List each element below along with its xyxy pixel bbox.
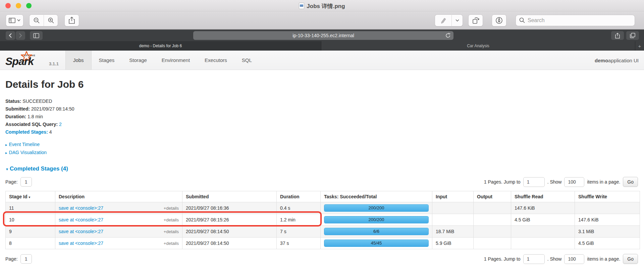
stage-description-link[interactable]: save at <console>:27 <box>59 241 103 246</box>
browser-chrome: ip-10-33-140-255.ec2.internal <box>0 29 644 41</box>
header-shuffle-write[interactable]: Shuffle Write <box>575 191 640 202</box>
sql-query-link[interactable]: 2 <box>59 122 62 127</box>
submitted-cell: 2021/09/27 08:15:26 <box>182 214 277 226</box>
tab-car-analysis[interactable]: Car Analysis <box>321 41 635 51</box>
highlighter-icon <box>440 17 447 24</box>
status-value: SUCCEEDED <box>22 98 52 104</box>
stage-id-cell: 8 <box>6 238 55 249</box>
page-number-input[interactable] <box>20 177 32 187</box>
plus-details-toggle[interactable]: +details <box>164 206 179 211</box>
browser-tab-bar: demo - Details for Job 6 Car Analysis + <box>0 41 644 51</box>
jump-to-input[interactable] <box>523 254 545 264</box>
top-pagination: Page: 1 Pages. Jump to . Show items in a… <box>5 177 639 187</box>
items-text: items in a page. <box>587 179 620 185</box>
table-row-stage-9: 9 save at <console>:27+details 2021/09/2… <box>6 226 640 238</box>
plus-details-toggle[interactable]: +details <box>164 217 179 222</box>
input-cell <box>432 214 474 226</box>
jump-to-input[interactable] <box>523 177 545 187</box>
shuffle-read-cell <box>511 226 575 238</box>
plus-icon: + <box>638 43 641 49</box>
go-button[interactable]: Go <box>623 254 638 264</box>
completed-stages-table: Stage Id ▾ Description Submitted Duratio… <box>5 191 640 249</box>
pages-text: 1 Pages. Jump to <box>484 179 521 185</box>
stage-description-link[interactable]: save at <console>:27 <box>59 217 103 222</box>
markup-pen-button[interactable] <box>435 14 451 26</box>
browser-share-button[interactable] <box>611 31 624 40</box>
job-summary: Status: SUCCEEDED Submitted: 2021/09/27 … <box>5 97 639 136</box>
items-per-page-input[interactable] <box>564 177 584 187</box>
tab-demo-details-job-6[interactable]: demo - Details for Job 6 <box>0 41 321 51</box>
sidebar-toggle-button[interactable] <box>6 14 23 26</box>
new-tab-button[interactable]: + <box>635 41 644 51</box>
page-number-input[interactable] <box>20 254 32 264</box>
stage-description-link[interactable]: save at <console>:27 <box>59 229 103 234</box>
forward-chevron-icon <box>19 33 22 38</box>
spark-wordmark: Spark <box>5 55 34 68</box>
submitted-field: Submitted: 2021/09/27 08:14:50 <box>5 105 639 113</box>
plus-details-toggle[interactable]: +details <box>164 241 179 246</box>
nav-tab-storage[interactable]: Storage <box>122 51 154 70</box>
nav-tab-jobs[interactable]: Jobs <box>65 51 92 70</box>
header-submitted[interactable]: Submitted <box>182 191 277 202</box>
browser-back-button[interactable] <box>6 31 15 40</box>
stage-id-cell: 9 <box>6 226 55 238</box>
output-cell <box>474 238 511 249</box>
refresh-icon[interactable] <box>445 32 451 39</box>
shuffle-write-cell: 4.5 GiB <box>575 238 640 249</box>
tab-overview-button[interactable] <box>626 31 639 40</box>
nav-tab-executors[interactable]: Executors <box>197 51 234 70</box>
title-bar: Jobs 详情.png <box>0 0 644 11</box>
header-description[interactable]: Description <box>55 191 182 202</box>
zoom-out-button[interactable] <box>29 14 44 26</box>
zoom-in-button[interactable] <box>44 14 58 26</box>
show-text: . Show <box>547 256 562 262</box>
page-jump-controls: 1 Pages. Jump to . Show items in a page.… <box>484 254 638 264</box>
submitted-cell: 2021/09/27 08:14:50 <box>182 238 277 249</box>
header-duration[interactable]: Duration <box>277 191 321 202</box>
go-button[interactable]: Go <box>623 177 638 187</box>
preview-window: Jobs 详情.png <box>0 0 644 271</box>
rotate-left-button[interactable] <box>468 14 483 26</box>
show-text: . Show <box>547 179 562 185</box>
header-stage-id[interactable]: Stage Id ▾ <box>6 191 55 202</box>
plus-details-toggle[interactable]: +details <box>164 229 179 234</box>
items-per-page-input[interactable] <box>564 254 584 264</box>
sidebar-icon <box>9 18 15 23</box>
url-text: ip-10-33-140-255.ec2.internal <box>292 33 354 38</box>
tab-label: demo - Details for Job 6 <box>139 44 182 48</box>
spark-logo[interactable]: APACHE Spark <box>5 51 49 70</box>
url-bar[interactable]: ip-10-33-140-255.ec2.internal <box>193 31 453 40</box>
completed-stages-link[interactable]: Completed Stages: <box>5 129 48 135</box>
tasks-progress-bar: 45/45 <box>324 240 429 247</box>
stage-id-cell: 11 <box>6 202 55 214</box>
collapsed-arrow-icon: ▸ <box>5 151 7 155</box>
header-tasks[interactable]: Tasks: Succeeded/Total <box>321 191 432 202</box>
header-input[interactable]: Input <box>432 191 474 202</box>
nav-tab-stages[interactable]: Stages <box>92 51 122 70</box>
back-chevron-icon <box>9 33 12 38</box>
input-cell: 5.9 GiB <box>432 238 474 249</box>
dag-visualization-toggle[interactable]: ▸DAG Visualization <box>5 149 639 157</box>
markup-style-dropdown[interactable] <box>451 14 463 26</box>
browser-forward-button[interactable] <box>16 31 25 40</box>
search-input[interactable] <box>528 17 631 23</box>
share-button[interactable] <box>64 14 79 26</box>
browser-sidebar-button[interactable] <box>30 31 43 40</box>
event-timeline-toggle[interactable]: ▸Event Timeline <box>5 141 639 149</box>
nav-tab-environment[interactable]: Environment <box>154 51 197 70</box>
magnifier-minus-icon <box>33 17 40 24</box>
stage-id-cell: 10 <box>6 214 55 226</box>
show-markup-toolbar-button[interactable] <box>492 14 506 26</box>
completed-stages-section-toggle[interactable]: ▾Completed Stages (4) <box>6 165 639 172</box>
header-output[interactable]: Output <box>474 191 511 202</box>
page-label: Page: <box>5 256 18 262</box>
bottom-pagination: Page: 1 Pages. Jump to . Show items in a… <box>5 254 639 264</box>
duration-field: Duration: 1.8 min <box>5 113 639 121</box>
toolbar-search-field[interactable] <box>516 15 635 26</box>
header-shuffle-read[interactable]: Shuffle Read <box>511 191 575 202</box>
nav-tab-sql[interactable]: SQL <box>234 51 259 70</box>
output-cell <box>474 226 511 238</box>
stage-description-link[interactable]: save at <console>:27 <box>59 205 103 211</box>
shuffle-read-cell: 4.5 GiB <box>511 214 575 226</box>
shuffle-write-cell <box>575 202 640 214</box>
